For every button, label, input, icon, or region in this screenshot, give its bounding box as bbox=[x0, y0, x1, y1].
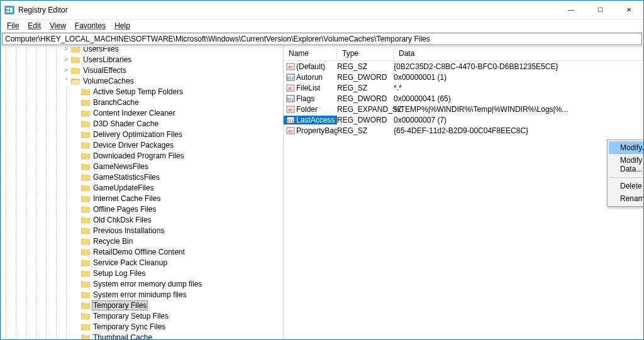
tree-item-label: Thumbnail Cache bbox=[92, 333, 153, 340]
value-row[interactable]: abFolderREG_EXPAND_SZ%TEMP%|%WINDIR%\Tem… bbox=[284, 104, 643, 114]
tree-item[interactable]: RetailDemo Offline Content bbox=[1, 246, 283, 257]
menu-file[interactable]: File bbox=[3, 21, 23, 31]
tree-item[interactable]: Previous Installations bbox=[1, 225, 283, 236]
close-button[interactable]: ✕ bbox=[614, 1, 643, 19]
folder-icon bbox=[81, 238, 90, 245]
header-type[interactable]: Type bbox=[337, 47, 394, 60]
folder-icon bbox=[81, 302, 90, 309]
folder-icon bbox=[81, 248, 90, 256]
tree-item-label: Setup Log Files bbox=[92, 269, 147, 278]
tree-item[interactable]: Temporary Files bbox=[1, 300, 283, 310]
titlebar: Registry Editor — ☐ ✕ bbox=[1, 1, 643, 19]
tree-item[interactable]: GameUpdateFiles bbox=[1, 182, 283, 193]
tree-item[interactable]: GameNewsFiles bbox=[1, 161, 283, 172]
tree-item[interactable]: Old ChkDsk Files bbox=[1, 214, 283, 225]
tree-item[interactable]: ˅VolumeCaches bbox=[1, 75, 283, 86]
value-name: LastAccess bbox=[296, 116, 335, 124]
tree-pane[interactable]: TBDEnUser Shell Folders>UsersFiles>Users… bbox=[1, 47, 284, 339]
ctx-separator bbox=[610, 177, 643, 178]
tree-item[interactable]: Content Indexer Cleaner bbox=[1, 107, 283, 118]
tree-item[interactable]: Active Setup Temp Folders bbox=[1, 86, 283, 97]
tree-item[interactable]: Temporary Setup Files bbox=[1, 310, 283, 321]
tree-item[interactable]: >UsersLibraries bbox=[1, 54, 283, 65]
tree-item-label: Old ChkDsk Files bbox=[92, 216, 153, 224]
value-icon: ab bbox=[286, 105, 295, 114]
tree-toggle[interactable]: > bbox=[61, 56, 71, 63]
value-name: Autorun bbox=[296, 73, 323, 82]
value-type: REG_DWORD bbox=[337, 116, 394, 124]
value-icon: 011 bbox=[286, 116, 295, 124]
header-data[interactable]: Data bbox=[394, 47, 643, 60]
tree-toggle[interactable]: > bbox=[61, 47, 71, 52]
value-data: %TEMP%|%WINDIR%\Temp|%WINDIR%\Logs|%... bbox=[394, 105, 643, 114]
tree-item[interactable]: System error minidump files bbox=[1, 289, 283, 300]
folder-icon bbox=[81, 131, 90, 138]
tree-item[interactable]: Downloaded Program Files bbox=[1, 150, 283, 161]
tree-item[interactable]: Offline Pages Files bbox=[1, 204, 283, 214]
address-bar[interactable] bbox=[2, 33, 642, 45]
tree-item-label: VolumeCaches bbox=[82, 77, 135, 85]
value-row[interactable]: 011FlagsREG_DWORD0x00000041 (65) bbox=[284, 93, 643, 104]
tree-item[interactable]: Setup Log Files bbox=[1, 268, 283, 278]
maximize-button[interactable]: ☐ bbox=[586, 1, 614, 19]
header-name[interactable]: Name bbox=[284, 47, 337, 60]
folder-icon bbox=[81, 291, 90, 299]
value-type: REG_SZ bbox=[337, 126, 394, 135]
tree-item[interactable]: System error memory dump files bbox=[1, 278, 283, 289]
tree-item[interactable]: Thumbnail Cache bbox=[1, 332, 283, 339]
folder-icon bbox=[81, 184, 90, 192]
folder-icon bbox=[81, 227, 90, 234]
menu-view[interactable]: View bbox=[46, 21, 70, 31]
folder-icon bbox=[81, 163, 90, 170]
value-row[interactable]: 011LastAccessREG_DWORD0x00000007 (7) bbox=[284, 114, 643, 125]
ctx-delete[interactable]: Delete bbox=[609, 180, 643, 192]
value-data: *.* bbox=[394, 84, 643, 92]
tree-toggle[interactable]: > bbox=[61, 67, 71, 74]
values-pane[interactable]: Name Type Data ab(Default)REG_SZ{0B2C35D… bbox=[284, 47, 643, 339]
tree-item[interactable]: Service Pack Cleanup bbox=[1, 257, 283, 268]
tree-item[interactable]: Recycle Bin bbox=[1, 236, 283, 246]
tree-item-label: Active Setup Temp Folders bbox=[92, 87, 184, 96]
ctx-modify-binary[interactable]: Modify Binary Data... bbox=[609, 154, 643, 175]
value-type: REG_DWORD bbox=[337, 73, 394, 82]
minimize-button[interactable]: — bbox=[557, 1, 586, 19]
tree-item[interactable]: GameStatisticsFiles bbox=[1, 172, 283, 182]
menu-edit[interactable]: Edit bbox=[24, 21, 45, 31]
value-row[interactable]: abFileListREG_SZ*.* bbox=[284, 82, 643, 93]
value-row[interactable]: 011AutorunREG_DWORD0x00000001 (1) bbox=[284, 72, 643, 82]
value-type: REG_DWORD bbox=[337, 94, 394, 103]
tree-item[interactable]: Internet Cache Files bbox=[1, 193, 283, 204]
value-row[interactable]: abPropertyBagREG_SZ{65-4DEF-11d2-B2D9-00… bbox=[284, 125, 643, 136]
folder-icon bbox=[81, 334, 90, 340]
folder-icon bbox=[81, 109, 90, 117]
svg-text:ab: ab bbox=[288, 129, 293, 133]
tree-item-label: Downloaded Program Files bbox=[92, 151, 186, 160]
tree-item-label: BranchCache bbox=[92, 98, 140, 107]
menu-favorites[interactable]: Favorites bbox=[71, 21, 109, 31]
tree-item-label: GameStatisticsFiles bbox=[92, 173, 161, 182]
tree-item-label: UsersLibraries bbox=[82, 55, 133, 64]
folder-icon bbox=[81, 216, 90, 224]
tree-item[interactable]: >VisualEffects bbox=[1, 65, 283, 75]
tree-item-label: Temporary Files bbox=[92, 300, 148, 310]
tree-item[interactable]: >UsersFiles bbox=[1, 47, 283, 54]
ctx-modify[interactable]: Modify... bbox=[609, 141, 643, 154]
folder-icon bbox=[81, 99, 90, 106]
folder-icon bbox=[71, 47, 80, 53]
app-icon bbox=[4, 5, 14, 15]
menu-help[interactable]: Help bbox=[111, 21, 134, 31]
tree-item[interactable]: Delivery Optimization Files bbox=[1, 129, 283, 140]
tree-item[interactable]: BranchCache bbox=[1, 97, 283, 107]
tree-toggle[interactable]: ˅ bbox=[61, 77, 71, 84]
tree-item[interactable]: D3D Shader Cache bbox=[1, 118, 283, 129]
tree-item-label: Temporary Setup Files bbox=[92, 312, 170, 321]
value-icon: 011 bbox=[286, 94, 295, 103]
tree-item[interactable]: Device Driver Packages bbox=[1, 140, 283, 150]
tree-item-label: Temporary Sync Files bbox=[92, 322, 167, 331]
value-row[interactable]: ab(Default)REG_SZ{0B2C35D2-C8BC-4470-BFC… bbox=[284, 61, 643, 72]
tree-item[interactable]: Temporary Sync Files bbox=[1, 321, 283, 332]
folder-icon bbox=[71, 67, 80, 74]
tree-item-label: Previous Installations bbox=[92, 226, 165, 235]
ctx-rename[interactable]: Rename bbox=[609, 192, 643, 205]
value-data: 0x00000001 (1) bbox=[394, 73, 643, 82]
